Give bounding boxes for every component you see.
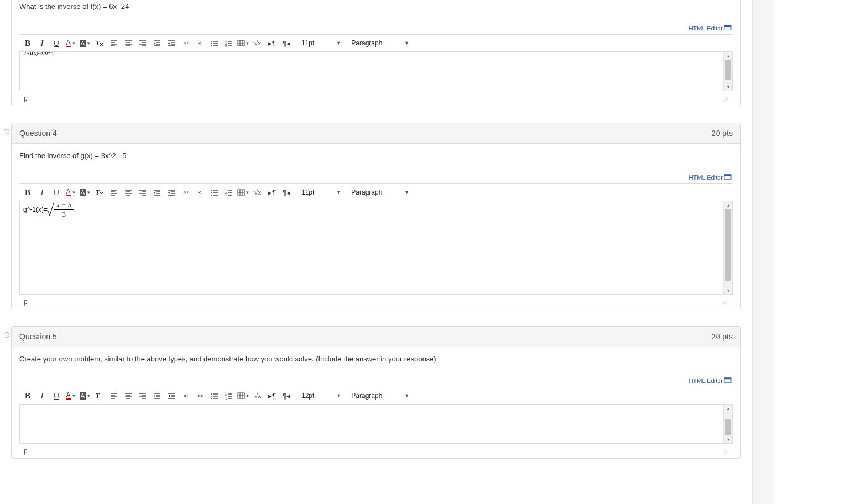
align-center-button[interactable] — [121, 36, 135, 50]
svg-point-28 — [211, 43, 212, 44]
font-size-select[interactable]: 12pt▼ — [299, 391, 343, 401]
indent-button[interactable] — [164, 185, 179, 200]
underline-button[interactable]: U — [49, 389, 64, 403]
equation-button[interactable]: √x — [250, 185, 265, 200]
svg-rect-1 — [724, 25, 731, 27]
question-3-prompt: What is the inverse of f(x) = 6x -24 — [19, 2, 733, 11]
bg-color-button[interactable]: A▼ — [78, 36, 92, 50]
text-color-button[interactable]: A▼ — [64, 185, 78, 200]
align-left-button[interactable] — [107, 389, 121, 403]
equation-button[interactable]: √x — [250, 389, 265, 403]
scroll-thumb[interactable] — [725, 60, 731, 80]
svg-marker-26 — [168, 43, 170, 45]
q3-answer-text: f^-1(x)=x/6+4 — [23, 52, 720, 56]
editor-scrollbar[interactable]: ▴ ▾ — [723, 52, 732, 91]
editor-area[interactable]: f^-1(x)=x/6+4 ▴ ▾ — [19, 51, 733, 91]
align-left-button[interactable] — [107, 36, 121, 50]
italic-button[interactable]: I — [35, 389, 49, 403]
ltr-button[interactable]: ▸¶ — [265, 389, 279, 403]
number-list-button[interactable]: 123 — [222, 36, 236, 50]
svg-marker-111 — [154, 395, 155, 397]
scroll-up-arrow[interactable]: ▴ — [724, 201, 732, 209]
html-editor-toggle[interactable]: HTML Editor — [689, 377, 732, 385]
paragraph-select[interactable]: Paragraph▼ — [349, 38, 411, 48]
table-button[interactable]: ▼ — [236, 389, 250, 403]
align-center-button[interactable] — [121, 389, 135, 403]
align-center-button[interactable] — [121, 185, 135, 200]
resize-grip-icon[interactable] — [722, 298, 728, 305]
question-5-points: 20 pts — [712, 332, 733, 341]
subscript-button[interactable]: ×₂ — [193, 185, 207, 200]
align-right-button[interactable] — [135, 185, 150, 200]
italic-button[interactable]: I — [35, 36, 49, 50]
paragraph-select[interactable]: Paragraph▼ — [349, 391, 411, 401]
superscript-button[interactable]: ×² — [179, 36, 193, 50]
outdent-button[interactable] — [150, 36, 164, 50]
scroll-thumb[interactable] — [725, 209, 731, 281]
scroll-up-arrow[interactable]: ▴ — [724, 405, 732, 412]
svg-point-118 — [211, 396, 212, 397]
bg-color-button[interactable]: A▼ — [78, 185, 92, 200]
clear-format-button[interactable]: T — [92, 389, 107, 403]
underline-button[interactable]: U — [49, 36, 64, 50]
bullet-list-button[interactable] — [207, 185, 222, 200]
svg-line-44 — [725, 98, 728, 101]
subscript-button[interactable]: ×₂ — [193, 389, 207, 403]
table-button[interactable]: ▼ — [236, 185, 250, 200]
align-left-button[interactable] — [107, 185, 121, 200]
svg-text:3: 3 — [225, 45, 227, 47]
ltr-button[interactable]: ▸¶ — [265, 185, 279, 200]
svg-point-72 — [211, 190, 212, 191]
number-list-button[interactable]: 123 — [222, 389, 236, 403]
svg-marker-21 — [154, 43, 155, 45]
outdent-button[interactable] — [150, 389, 164, 403]
scroll-thumb[interactable] — [725, 419, 731, 435]
number-list-button[interactable]: 123 — [222, 185, 236, 200]
subscript-button[interactable]: ×₂ — [193, 36, 207, 50]
bold-button[interactable]: B — [20, 185, 35, 200]
align-right-button[interactable] — [135, 36, 150, 50]
italic-button[interactable]: I — [35, 185, 49, 200]
bg-color-button[interactable]: A▼ — [78, 389, 92, 403]
paragraph-value: Paragraph — [351, 392, 382, 400]
rtl-button[interactable]: ¶◂ — [279, 185, 294, 200]
html-editor-label: HTML Editor — [689, 174, 723, 181]
html-editor-toggle[interactable]: HTML Editor — [689, 24, 732, 32]
font-size-select[interactable]: 11pt▼ — [299, 38, 343, 48]
superscript-button[interactable]: ×² — [179, 389, 193, 403]
superscript-button[interactable]: ×² — [179, 185, 193, 200]
resize-grip-icon[interactable] — [722, 95, 728, 101]
indent-button[interactable] — [164, 36, 179, 50]
equation-button[interactable]: √x — [250, 36, 265, 50]
rtl-button[interactable]: ¶◂ — [279, 36, 294, 50]
bullet-list-button[interactable] — [207, 389, 222, 403]
resize-grip-icon[interactable] — [722, 447, 728, 454]
bold-button[interactable]: B — [20, 36, 35, 50]
html-editor-toggle[interactable]: HTML Editor — [689, 174, 732, 181]
scroll-up-arrow[interactable]: ▴ — [724, 52, 732, 60]
svg-point-119 — [211, 398, 212, 399]
rtl-button[interactable]: ¶◂ — [279, 389, 294, 403]
text-color-button[interactable]: A▼ — [64, 389, 78, 403]
font-size-select[interactable]: 11pt▼ — [299, 187, 343, 197]
scroll-down-arrow[interactable]: ▾ — [724, 286, 732, 294]
scroll-down-arrow[interactable]: ▾ — [724, 83, 732, 91]
underline-button[interactable]: U — [49, 185, 64, 200]
editor-scrollbar[interactable]: ▴ ▾ — [723, 405, 732, 443]
outdent-button[interactable] — [150, 185, 164, 200]
scroll-down-arrow[interactable]: ▾ — [724, 435, 732, 443]
ltr-button[interactable]: ▸¶ — [265, 36, 279, 50]
table-button[interactable]: ▼ — [236, 36, 250, 50]
clear-format-button[interactable]: T — [92, 36, 107, 50]
indent-button[interactable] — [164, 389, 179, 403]
text-color-button[interactable]: A▼ — [64, 36, 78, 50]
paragraph-select[interactable]: Paragraph▼ — [349, 187, 411, 197]
bold-button[interactable]: B — [20, 389, 35, 403]
question-5-prompt: Create your own problem, similar to the … — [19, 355, 733, 363]
align-right-button[interactable] — [135, 389, 150, 403]
clear-format-button[interactable]: T — [92, 185, 107, 200]
editor-area[interactable]: g^-1(x)= x + 5 3 ▴ ▾ — [19, 201, 733, 295]
editor-area[interactable]: ▴ ▾ — [19, 404, 733, 444]
bullet-list-button[interactable] — [207, 36, 222, 50]
editor-scrollbar[interactable]: ▴ ▾ — [723, 201, 732, 294]
